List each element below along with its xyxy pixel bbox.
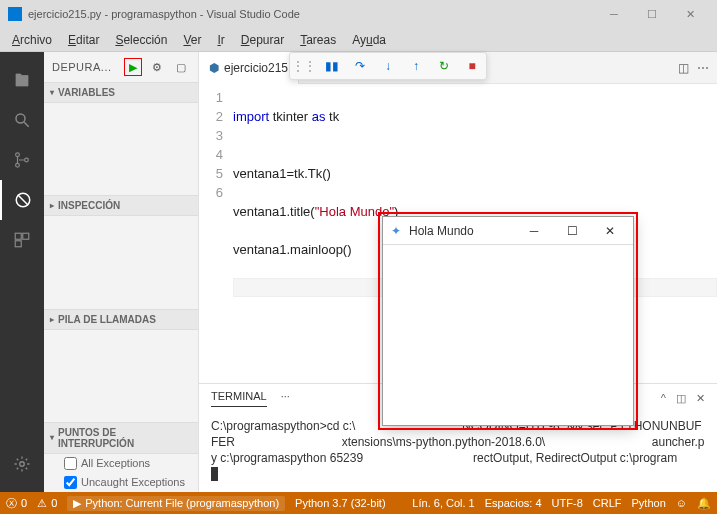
status-warnings[interactable]: ⚠ 0 <box>37 497 57 510</box>
debug-toolbar[interactable]: ⋮⋮ ▮▮ ↷ ↓ ↑ ↻ ■ <box>289 52 487 80</box>
status-encoding[interactable]: UTF-8 <box>552 497 583 509</box>
stop-button[interactable]: ■ <box>464 58 480 74</box>
tkinter-maximize-button[interactable]: ☐ <box>557 224 587 238</box>
terminal-more[interactable]: ··· <box>281 390 290 406</box>
pause-button[interactable]: ▮▮ <box>324 58 340 74</box>
menu-editar[interactable]: Editar <box>60 31 107 49</box>
status-language[interactable]: Python <box>632 497 666 509</box>
breakpoint-uncaught-exceptions[interactable]: Uncaught Exceptions <box>44 473 198 492</box>
svg-line-6 <box>18 195 29 206</box>
breakpoint-all-exceptions[interactable]: All Exceptions <box>44 454 198 473</box>
section-pila[interactable]: PILA DE LLAMADAS <box>44 309 198 330</box>
svg-rect-8 <box>23 233 29 239</box>
restart-button[interactable]: ↻ <box>436 58 452 74</box>
line-gutter: 123456 <box>199 88 233 383</box>
drag-handle-icon[interactable]: ⋮⋮ <box>296 58 312 74</box>
source-control-icon[interactable] <box>0 140 44 180</box>
window-maximize-button[interactable]: ☐ <box>633 0 671 28</box>
status-bell-icon[interactable]: 🔔 <box>697 497 711 510</box>
window-minimize-button[interactable]: ─ <box>595 0 633 28</box>
svg-point-0 <box>16 114 25 123</box>
svg-point-2 <box>16 153 20 157</box>
explorer-icon[interactable] <box>0 60 44 100</box>
menu-ayuda[interactable]: Ayuda <box>344 31 394 49</box>
debug-sidebar: DEPURA... ▶ ⚙ ▢ VARIABLES INSPECCIÓN PIL… <box>44 52 199 492</box>
start-debug-button[interactable]: ▶ <box>124 58 142 76</box>
sidebar-title: DEPURA... <box>52 61 118 73</box>
svg-point-10 <box>20 462 25 467</box>
menu-ir[interactable]: Ir <box>209 31 232 49</box>
window-title: ejercicio215.py - programaspython - Visu… <box>28 8 300 20</box>
status-cursor-pos[interactable]: Lín. 6, Col. 1 <box>412 497 474 509</box>
debug-icon[interactable] <box>0 180 44 220</box>
menu-ver[interactable]: Ver <box>175 31 209 49</box>
tkinter-close-button[interactable]: ✕ <box>595 224 625 238</box>
debug-console-icon[interactable]: ▢ <box>172 58 190 76</box>
tkinter-feather-icon: ✦ <box>391 224 401 238</box>
svg-point-4 <box>25 158 29 162</box>
status-errors[interactable]: ⓧ 0 <box>6 496 27 511</box>
python-file-icon: ⬢ <box>209 61 219 75</box>
tab-ejercicio215[interactable]: ⬢ ejercicio215 <box>199 52 299 84</box>
terminal-maximize-icon[interactable]: ^ <box>661 392 666 405</box>
more-actions-icon[interactable]: ⋯ <box>697 61 709 75</box>
svg-line-1 <box>24 122 29 127</box>
window-close-button[interactable]: ✕ <box>671 0 709 28</box>
step-into-button[interactable]: ↓ <box>380 58 396 74</box>
section-puntos[interactable]: PUNTOS DE INTERRUPCIÓN <box>44 422 198 454</box>
breakpoint-all-checkbox[interactable] <box>64 457 77 470</box>
tkinter-minimize-button[interactable]: ─ <box>519 224 549 238</box>
extensions-icon[interactable] <box>0 220 44 260</box>
step-out-button[interactable]: ↑ <box>408 58 424 74</box>
window-titlebar: ejercicio215.py - programaspython - Visu… <box>0 0 717 28</box>
search-icon[interactable] <box>0 100 44 140</box>
svg-point-3 <box>16 163 20 167</box>
section-variables[interactable]: VARIABLES <box>44 82 198 103</box>
status-interpreter[interactable]: Python 3.7 (32-bit) <box>295 497 386 509</box>
vscode-icon <box>8 7 22 21</box>
status-feedback-icon[interactable]: ☺ <box>676 497 687 509</box>
tab-row: ⬢ ejercicio215 ⋮⋮ ▮▮ ↷ ↓ ↑ ↻ ■ ◫ ⋯ <box>199 52 717 84</box>
svg-rect-9 <box>15 241 21 247</box>
tkinter-title: Hola Mundo <box>409 224 474 238</box>
tkinter-window[interactable]: ✦ Hola Mundo ─ ☐ ✕ <box>382 216 634 426</box>
tab-filename: ejercicio215 <box>224 61 288 75</box>
menu-archivo[interactable]: Archivo <box>4 31 60 49</box>
breakpoint-uncaught-checkbox[interactable] <box>64 476 77 489</box>
split-editor-icon[interactable]: ◫ <box>678 61 689 75</box>
status-debug-config[interactable]: ▶ Python: Current File (programaspython) <box>67 496 285 511</box>
terminal-close-icon[interactable]: ✕ <box>696 392 705 405</box>
menubar: Archivo Editar Selección Ver Ir Depurar … <box>0 28 717 52</box>
section-inspeccion[interactable]: INSPECCIÓN <box>44 195 198 216</box>
terminal-tab[interactable]: TERMINAL <box>211 390 267 407</box>
svg-rect-7 <box>15 233 21 239</box>
menu-seleccion[interactable]: Selección <box>107 31 175 49</box>
terminal-split-icon[interactable]: ◫ <box>676 392 686 405</box>
status-indent[interactable]: Espacios: 4 <box>485 497 542 509</box>
status-bar: ⓧ 0 ⚠ 0 ▶ Python: Current File (programa… <box>0 492 717 514</box>
tkinter-titlebar[interactable]: ✦ Hola Mundo ─ ☐ ✕ <box>383 217 633 245</box>
activity-bar <box>0 52 44 492</box>
terminal-cursor <box>211 467 218 481</box>
step-over-button[interactable]: ↷ <box>352 58 368 74</box>
status-eol[interactable]: CRLF <box>593 497 622 509</box>
menu-depurar[interactable]: Depurar <box>233 31 292 49</box>
debug-config-gear-icon[interactable]: ⚙ <box>148 58 166 76</box>
menu-tareas[interactable]: Tareas <box>292 31 344 49</box>
settings-gear-icon[interactable] <box>0 444 44 484</box>
